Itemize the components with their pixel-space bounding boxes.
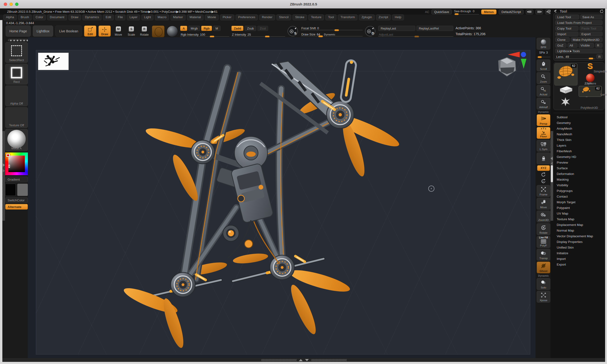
gizmo-y-axis[interactable] — [521, 59, 527, 69]
default-zscript-button[interactable]: DefaultZScript — [499, 9, 524, 14]
gradient-button[interactable]: Gradient — [5, 177, 28, 182]
shelf-lsym-button[interactable]: L.Sym — [537, 140, 550, 152]
shelf-actual-button[interactable]: x1Actual — [537, 85, 550, 97]
tool-button-paste-tool[interactable]: Paste Tool — [580, 26, 603, 31]
menu-item-help[interactable]: Help — [392, 14, 404, 20]
edit-mode-button[interactable]: Edit — [84, 26, 96, 37]
menu-item-stroke[interactable]: Stroke — [293, 14, 307, 20]
menu-item-edit[interactable]: Edit — [103, 14, 114, 20]
tray-collapse-down-icon[interactable] — [305, 359, 309, 361]
gizmo-head-icon[interactable] — [498, 57, 516, 76]
tool-section-surface[interactable]: Surface — [553, 166, 604, 171]
close-button[interactable] — [4, 3, 7, 6]
menu-item-file[interactable]: File — [115, 14, 126, 20]
shelf-bpr-button[interactable]: BPR — [537, 38, 550, 50]
lens-tool-slider[interactable]: Lens.49 — [555, 54, 595, 59]
minimize-button[interactable] — [10, 3, 13, 6]
left-tray-divider[interactable] — [2, 131, 5, 221]
menu-item-stencil[interactable]: Stencil — [276, 14, 291, 20]
spix-slider[interactable]: SPix3 — [537, 51, 550, 59]
right-tray-open-icon-2[interactable] — [551, 162, 553, 165]
tray-expand-up-icon[interactable] — [299, 359, 303, 361]
draw-size-slider[interactable]: Draw Size 64 Dynamic — [301, 32, 363, 37]
switch-color-button[interactable]: SwitchColor — [5, 197, 28, 203]
gizmo-z-axis[interactable] — [521, 52, 526, 57]
tool-section-contact[interactable]: Contact — [553, 194, 604, 199]
left-tray-open-icon[interactable] — [3, 163, 5, 167]
rgb-intensity-slider[interactable]: Rgb Intensity 100 — [180, 32, 229, 37]
tool-section-deformation[interactable]: Deformation — [553, 171, 604, 177]
menus-toggle-button[interactable]: Menus — [481, 9, 496, 14]
menu-item-material[interactable]: Material — [187, 14, 204, 20]
tool-section-thick-skin[interactable]: Thick Skin — [553, 137, 604, 143]
replay-last-button[interactable]: ReplayLast — [378, 26, 415, 31]
focal-shift-thumb[interactable] — [334, 29, 339, 31]
shelf-floor-button[interactable]: x Y zFloor — [537, 127, 550, 139]
lens-slider-thumb[interactable] — [589, 58, 593, 60]
zcut-toggle[interactable]: Zcut — [257, 26, 268, 31]
document-viewport[interactable] — [36, 50, 530, 355]
collapse-left-bars-icon[interactable] — [526, 9, 533, 14]
tool-button-goz[interactable]: GoZ — [555, 43, 566, 48]
tool-section-uv-map[interactable]: UV Map — [553, 211, 604, 217]
alternate-button[interactable]: Alternate — [5, 204, 28, 210]
tool-button-export[interactable]: Export — [580, 32, 603, 36]
home-page-button[interactable]: Home Page — [6, 26, 31, 37]
tool-section-subtool[interactable]: Subtool — [553, 115, 604, 120]
tool-section-export[interactable]: Export — [553, 262, 604, 267]
rotate-mode-button[interactable]: R Rotate — [139, 26, 150, 37]
color-picker[interactable] — [5, 153, 28, 175]
color-picker-hue-indicator[interactable] — [6, 154, 10, 157]
shelf-polyf-button[interactable]: Line FillPolyF — [537, 236, 550, 248]
menu-item-macro[interactable]: Macro — [155, 14, 169, 20]
menu-item-zplugin[interactable]: Zplugin — [359, 14, 375, 20]
menu-item-texture[interactable]: Texture — [308, 14, 324, 20]
dynamic-stroke-button[interactable]: D — [365, 26, 376, 37]
replay-last-rel-button[interactable]: ReplayLastRel — [416, 26, 453, 31]
menu-item-tool[interactable]: Tool — [325, 14, 336, 20]
menu-item-document[interactable]: Document — [47, 14, 67, 20]
current-material-button[interactable] — [167, 26, 178, 37]
tool-section-texture-map[interactable]: Texture Map — [553, 217, 604, 222]
tool-button-visible[interactable]: Visible — [579, 43, 594, 48]
m-toggle[interactable]: M — [213, 26, 220, 31]
focal-shift-slider[interactable]: Focal Shift 0 — [301, 26, 363, 31]
restore-configuration-icon[interactable] — [600, 9, 604, 13]
sidebar-rect-button[interactable]: Rect — [5, 64, 28, 85]
tool-section-geometry-hd[interactable]: Geometry HD — [553, 154, 604, 160]
tool-section-morph-target[interactable]: Morph Target — [553, 199, 604, 205]
tool-button-make-polymesh3d[interactable]: Make PolyMesh3D — [571, 37, 603, 42]
simplebrush-tool[interactable]: S SimpleBrush — [578, 63, 602, 73]
spix-thumb[interactable] — [538, 56, 542, 58]
menu-item-picker[interactable]: Picker — [220, 14, 234, 20]
tool-button-copy-tool[interactable]: Copy Tool — [555, 26, 579, 31]
move-mode-button[interactable]: M Move — [113, 26, 124, 37]
shelf-ghost-button[interactable]: Ghost — [537, 261, 550, 273]
zsub-toggle[interactable]: Zsub — [245, 26, 256, 31]
tool-section-import[interactable]: Import — [553, 256, 604, 262]
shelf-solo-button[interactable]: Solo — [537, 278, 550, 290]
back-arrow-icon[interactable] — [553, 9, 557, 13]
sidebar-selectrect-button[interactable]: SelectRect — [5, 42, 28, 63]
shelf-local-button[interactable] — [537, 153, 550, 164]
rgb-toggle[interactable]: Rgb — [201, 26, 212, 31]
bottom-tray-divider[interactable] — [2, 358, 605, 362]
tool-section-arraymesh[interactable]: ArrayMesh — [553, 126, 604, 131]
maximize-button[interactable] — [15, 3, 18, 6]
tool-section-polypaint[interactable]: Polypaint — [553, 205, 604, 211]
dynamic-draw-size-toggle[interactable]: Dynamic — [324, 33, 335, 36]
shelf-scroll-button[interactable]: Scroll — [537, 60, 550, 71]
shelf-gxyz-toggle[interactable]: XYZ — [537, 165, 550, 171]
lens-reset-button[interactable]: R — [596, 54, 603, 59]
see-through-thumb[interactable] — [454, 13, 459, 15]
quicksave-button[interactable]: QuickSave — [431, 9, 452, 14]
shelf-aahalf-button[interactable]: AAHalf — [537, 98, 550, 110]
tool-button-load-tool[interactable]: Load Tool — [555, 15, 579, 19]
menu-item-brush[interactable]: Brush — [18, 14, 32, 20]
shelf-frame-button[interactable]: Frame — [537, 185, 550, 197]
tool-section-layers[interactable]: Layers — [553, 143, 604, 148]
live-boolean-button[interactable]: Live Boolean — [55, 26, 82, 37]
menu-item-color[interactable]: Color — [33, 14, 46, 20]
menu-item-layer[interactable]: Layer — [127, 14, 140, 20]
tool-section-visibility[interactable]: Visibility — [553, 182, 604, 188]
